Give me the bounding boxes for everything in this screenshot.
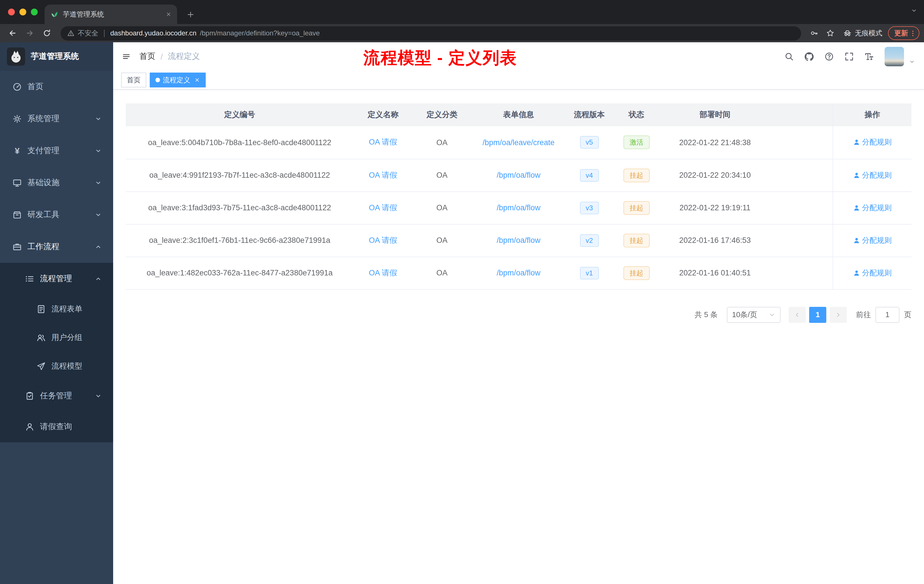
forward-button[interactable] bbox=[22, 26, 38, 41]
form-link[interactable]: /bpm/oa/flow bbox=[497, 203, 540, 212]
tab-close-icon[interactable] bbox=[166, 12, 172, 17]
workflow-submenu: 流程管理 流程表单 用户分组 流程模型 bbox=[0, 263, 113, 442]
definition-name-link[interactable]: OA 请假 bbox=[369, 171, 397, 179]
minimize-window-button[interactable] bbox=[20, 8, 26, 15]
bookmark-star-icon[interactable] bbox=[823, 26, 838, 41]
pagination: 共 5 条 10条/页 1 前往 页 bbox=[126, 307, 911, 323]
form-link[interactable]: /bpm/oa/flow bbox=[497, 171, 540, 180]
status-badge: 激活 bbox=[624, 136, 650, 149]
sidebar-menu: 首页 系统管理 ¥ 支付管理 基础设施 bbox=[0, 71, 113, 442]
close-window-button[interactable] bbox=[8, 8, 15, 15]
user-avatar[interactable] bbox=[884, 47, 904, 66]
address-bar[interactable]: 不安全 dashboard.yudao.iocoder.cn/bpm/manag… bbox=[61, 26, 801, 40]
gear-icon bbox=[13, 114, 22, 124]
prev-page-button[interactable] bbox=[789, 307, 806, 323]
browser-chrome: 芋道管理系统 不安全 dashboard.yudao.iocoder.cn/bp… bbox=[0, 0, 924, 42]
deploy-time: 2022-01-22 20:34:10 bbox=[679, 171, 751, 180]
sidebar-item-process-form[interactable]: 流程表单 bbox=[0, 295, 113, 323]
sidebar-item-home[interactable]: 首页 bbox=[0, 71, 113, 103]
monitor-icon bbox=[13, 178, 22, 187]
sidebar-item-infrastructure[interactable]: 基础设施 bbox=[0, 167, 113, 199]
security-label[interactable]: 不安全 bbox=[78, 28, 98, 38]
definition-name-link[interactable]: OA 请假 bbox=[369, 203, 397, 212]
app-header: 首页 / 流程定义 流程模型 - 定义列表 bbox=[113, 42, 924, 71]
definition-name-link[interactable]: OA 请假 bbox=[369, 138, 397, 147]
assign-rule-label: 分配规则 bbox=[862, 268, 892, 278]
person-icon bbox=[853, 269, 860, 276]
tag-close-icon[interactable] bbox=[194, 77, 200, 83]
github-icon[interactable] bbox=[805, 52, 814, 61]
sidebar-item-system-mgmt[interactable]: 系统管理 bbox=[0, 103, 113, 135]
header-actions bbox=[785, 47, 915, 66]
form-link[interactable]: /bpm/oa/leave/create bbox=[483, 138, 554, 147]
avatar-caret-icon[interactable] bbox=[909, 59, 915, 64]
form-link[interactable]: /bpm/oa/flow bbox=[497, 269, 540, 277]
new-tab-button[interactable] bbox=[183, 7, 198, 22]
sidebar-item-dev-tools[interactable]: 研发工具 bbox=[0, 199, 113, 231]
tag-process-definition[interactable]: 流程定义 bbox=[150, 73, 206, 87]
sidebar-item-process-model[interactable]: 流程模型 bbox=[0, 352, 113, 381]
sidebar-item-payment-mgmt[interactable]: ¥ 支付管理 bbox=[0, 135, 113, 167]
breadcrumb-home[interactable]: 首页 bbox=[139, 51, 155, 62]
assign-rule-link[interactable]: 分配规则 bbox=[853, 268, 892, 278]
deploy-time: 2022-01-16 17:46:53 bbox=[679, 236, 751, 244]
definition-name-link[interactable]: OA 请假 bbox=[369, 268, 397, 277]
status-badge: 挂起 bbox=[624, 201, 650, 214]
fullscreen-icon[interactable] bbox=[845, 52, 854, 61]
yen-icon: ¥ bbox=[13, 146, 22, 155]
breadcrumb-separator: / bbox=[160, 52, 163, 61]
tag-label: 首页 bbox=[127, 75, 140, 85]
status-badge: 挂起 bbox=[624, 266, 650, 280]
incognito-badge: 无痕模式 bbox=[843, 28, 882, 38]
person-icon bbox=[853, 237, 860, 244]
chevron-down-icon bbox=[95, 180, 102, 186]
sidebar-item-process-mgmt[interactable]: 流程管理 bbox=[0, 263, 113, 295]
table-row: oa_leave:5:004b710b-7b8a-11ec-8ef0-acde4… bbox=[126, 126, 911, 159]
sidebar-item-workflow[interactable]: 工作流程 bbox=[0, 231, 113, 263]
tab-overflow-chevron-icon[interactable] bbox=[911, 7, 917, 14]
page-button-1[interactable]: 1 bbox=[809, 307, 826, 323]
definition-category: OA bbox=[436, 171, 447, 180]
password-key-icon[interactable] bbox=[807, 26, 822, 41]
clipboard-icon bbox=[25, 391, 34, 401]
chevron-down-icon bbox=[95, 393, 102, 399]
omnibox-divider bbox=[104, 30, 105, 37]
browser-tab[interactable]: 芋道管理系统 bbox=[45, 5, 177, 24]
url-path: /bpm/manager/definition?key=oa_leave bbox=[200, 29, 320, 37]
help-icon[interactable] bbox=[825, 52, 834, 61]
font-size-icon[interactable] bbox=[865, 52, 874, 61]
zoom-window-button[interactable] bbox=[31, 8, 38, 15]
definition-category: OA bbox=[436, 203, 447, 212]
next-page-button[interactable] bbox=[830, 307, 847, 323]
favicon-leaf-icon bbox=[50, 10, 58, 18]
goto-page-input[interactable] bbox=[875, 307, 899, 323]
person-icon bbox=[853, 204, 860, 211]
search-icon[interactable] bbox=[785, 52, 794, 61]
page-annotation: 流程模型 - 定义列表 bbox=[363, 47, 517, 70]
assign-rule-link[interactable]: 分配规则 bbox=[853, 235, 892, 246]
definition-name-link[interactable]: OA 请假 bbox=[369, 236, 397, 244]
form-link[interactable]: /bpm/oa/flow bbox=[497, 236, 540, 244]
tab-title: 芋道管理系统 bbox=[63, 10, 161, 19]
page-size-select[interactable]: 10条/页 bbox=[727, 307, 780, 323]
definition-id: oa_leave:5:004b710b-7b8a-11ec-8ef0-acde4… bbox=[148, 138, 332, 147]
reload-button[interactable] bbox=[39, 26, 55, 41]
table-row: oa_leave:2:3c1f0ef1-76b1-11ec-9c66-a2380… bbox=[126, 224, 911, 257]
tag-home[interactable]: 首页 bbox=[121, 73, 146, 87]
sidebar-item-task-mgmt[interactable]: 任务管理 bbox=[0, 381, 113, 411]
breadcrumb-current: 流程定义 bbox=[168, 51, 200, 62]
table-header-row: 定义编号 定义名称 定义分类 表单信息 流程版本 状态 部署时间 操作 bbox=[126, 104, 911, 126]
assign-rule-link[interactable]: 分配规则 bbox=[853, 137, 892, 148]
browser-update-button[interactable]: 更新 bbox=[888, 26, 919, 40]
assign-rule-link[interactable]: 分配规则 bbox=[853, 203, 892, 213]
assign-rule-link[interactable]: 分配规则 bbox=[853, 170, 892, 180]
sidebar-item-leave-query[interactable]: 请假查询 bbox=[0, 411, 113, 442]
sidebar-toggle-icon[interactable] bbox=[122, 53, 130, 61]
users-icon bbox=[36, 333, 46, 342]
sidebar-item-label: 任务管理 bbox=[40, 391, 72, 401]
sidebar-item-user-group[interactable]: 用户分组 bbox=[0, 323, 113, 352]
back-button[interactable] bbox=[5, 26, 21, 41]
sidebar-item-label: 流程管理 bbox=[40, 274, 72, 284]
menu-dots-icon[interactable] bbox=[909, 30, 917, 37]
active-dot bbox=[155, 78, 160, 82]
